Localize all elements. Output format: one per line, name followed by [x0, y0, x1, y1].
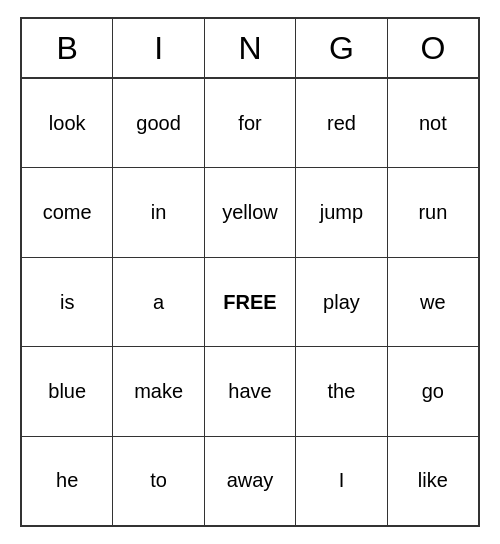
bingo-cell: play [296, 258, 387, 346]
bingo-cell: like [388, 437, 478, 525]
bingo-cell: I [296, 437, 387, 525]
bingo-row: isaFREEplaywe [22, 258, 478, 347]
bingo-cell: come [22, 168, 113, 256]
header-letter: B [22, 19, 113, 77]
bingo-cell: run [388, 168, 478, 256]
bingo-cell: a [113, 258, 204, 346]
bingo-cell: good [113, 79, 204, 167]
bingo-body: lookgoodforrednotcomeinyellowjumprunisaF… [22, 79, 478, 525]
bingo-row: bluemakehavethego [22, 347, 478, 436]
bingo-cell: to [113, 437, 204, 525]
bingo-cell: for [205, 79, 296, 167]
bingo-cell: we [388, 258, 478, 346]
header-letter: O [388, 19, 478, 77]
bingo-cell: the [296, 347, 387, 435]
bingo-cell: is [22, 258, 113, 346]
bingo-row: comeinyellowjumprun [22, 168, 478, 257]
bingo-cell: he [22, 437, 113, 525]
bingo-cell: yellow [205, 168, 296, 256]
bingo-cell: blue [22, 347, 113, 435]
bingo-card: BINGO lookgoodforrednotcomeinyellowjumpr… [20, 17, 480, 527]
bingo-row: hetoawayIlike [22, 437, 478, 525]
bingo-cell: make [113, 347, 204, 435]
bingo-cell: red [296, 79, 387, 167]
bingo-row: lookgoodforrednot [22, 79, 478, 168]
bingo-cell: go [388, 347, 478, 435]
bingo-cell: not [388, 79, 478, 167]
bingo-cell: look [22, 79, 113, 167]
bingo-cell: have [205, 347, 296, 435]
header-letter: I [113, 19, 204, 77]
bingo-cell: in [113, 168, 204, 256]
bingo-cell: away [205, 437, 296, 525]
bingo-header: BINGO [22, 19, 478, 79]
bingo-cell: jump [296, 168, 387, 256]
header-letter: N [205, 19, 296, 77]
bingo-cell: FREE [205, 258, 296, 346]
header-letter: G [296, 19, 387, 77]
